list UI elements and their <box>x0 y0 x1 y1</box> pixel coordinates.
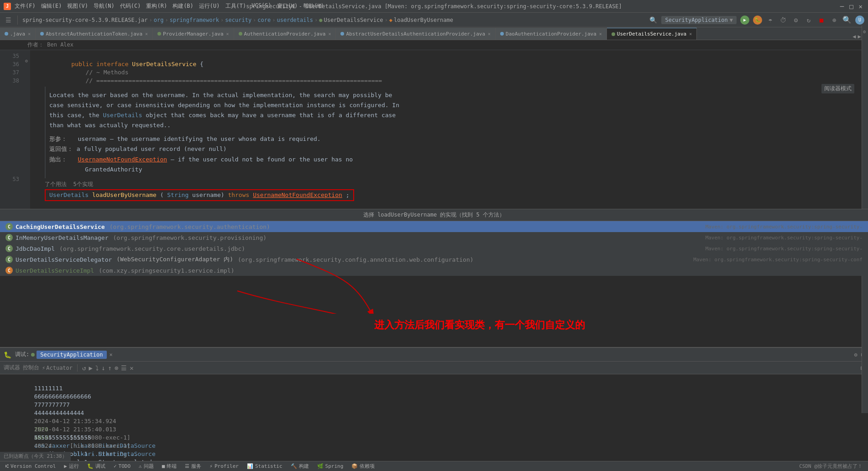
debug-icon[interactable]: 🐛 <box>4 351 11 358</box>
resume-btn[interactable]: ▶ <box>89 364 92 372</box>
search-icon[interactable]: 🔍 <box>648 16 658 25</box>
popup-item-caching[interactable]: C CachingUserDetailsService (org.springf… <box>0 221 868 232</box>
nav-dependencies[interactable]: 📦 依赖项 <box>348 462 378 471</box>
tab-scroll-left[interactable]: ◀ <box>852 33 856 40</box>
tab-daoauthprovider[interactable]: DaoAuthenticationProvider.java × <box>496 28 607 40</box>
nav-problems[interactable]: ⚠ 问题 <box>135 462 157 471</box>
method-signature-box: UserDetails loadUserByUsername ( String … <box>45 189 354 201</box>
nav-build[interactable]: 🔨 构建 <box>287 462 313 471</box>
menu-code[interactable]: 代码(C) <box>120 2 141 10</box>
close-button[interactable]: ✕ <box>857 3 864 10</box>
ln-53: 53 <box>0 175 19 183</box>
nav-debug[interactable]: 🐛 调试 <box>84 462 109 471</box>
step-into-btn[interactable]: ↓ <box>101 364 105 372</box>
actuator-tab[interactable]: ⚡Actuator <box>42 365 73 371</box>
menu-navigate[interactable]: 导航(N) <box>94 2 115 10</box>
restart-btn[interactable]: ↺ <box>82 364 86 372</box>
nav-terminal[interactable]: ■ 终端 <box>158 462 181 471</box>
user-avatar[interactable]: U <box>855 16 864 25</box>
menu-file[interactable]: 文件(F) <box>15 2 36 10</box>
minimize-button[interactable]: ─ <box>838 3 846 10</box>
sidebar-annotations[interactable]: ⚙ <box>862 29 867 34</box>
csdn-watermark: CSDN @徐子元竟然被占了！ <box>799 463 863 469</box>
profile-button[interactable]: ⏱ <box>779 16 788 25</box>
tab-abstractuserdetailsauthprovider[interactable]: AbstractUserDetailsAuthenticationProvide… <box>336 28 496 40</box>
services-icon: ☰ <box>185 463 189 469</box>
view-breakpoints-btn[interactable]: ☰ <box>121 364 127 372</box>
toolbar-btn-1[interactable]: ☰ <box>4 16 13 25</box>
window-controls[interactable]: ─ □ ✕ <box>838 3 864 10</box>
clear-btn[interactable]: ✕ <box>130 364 133 372</box>
popup-item-jdbc[interactable]: C JdbcDaoImpl (org.springframework.secur… <box>0 243 868 254</box>
popup-item-impl[interactable]: C UserDetailsServiceImpl (com.xzy.spring… <box>0 265 868 276</box>
nav-version-control[interactable]: ⑆ Version Control <box>2 462 59 470</box>
run-button[interactable]: ▶ <box>740 16 749 25</box>
tab-icon-userdetailsservice <box>612 32 615 36</box>
tab-authprovider[interactable]: AuthenticationProvider.java × <box>234 28 336 40</box>
nav-statistic[interactable]: 📊 Statistic <box>243 462 286 470</box>
tab-close-java[interactable]: × <box>28 31 31 36</box>
maximize-button[interactable]: □ <box>847 3 855 10</box>
nav-services[interactable]: ☰ 服务 <box>181 462 205 471</box>
nav-spring[interactable]: 🌿 Spring <box>314 462 347 470</box>
nav-todo[interactable]: ✓ TODO <box>110 462 134 470</box>
bc-security[interactable]: security <box>225 17 251 23</box>
menu-run[interactable]: 运行(U) <box>199 2 220 10</box>
popup-item-inmemory[interactable]: C InMemoryUserDetailsManager (org.spring… <box>0 232 868 243</box>
bc-org[interactable]: org <box>154 17 164 23</box>
step-out-btn[interactable]: ↑ <box>108 364 111 372</box>
search-button[interactable]: 🔍 <box>842 16 852 25</box>
popup-name-inmemory: InMemoryUserDetailsManager <box>16 234 109 241</box>
tab-close-providermanager[interactable]: × <box>226 31 229 36</box>
nav-run[interactable]: ▶ 运行 <box>60 462 83 471</box>
tab-abstractauthtoken[interactable]: AbstractAuthenticationToken.java × <box>36 28 153 40</box>
statistic-icon: 📊 <box>247 463 253 469</box>
menu-build[interactable]: 构建(B) <box>173 2 193 10</box>
author-name: Ben Alex <box>47 41 73 48</box>
tab-scroll-right[interactable]: ▶ <box>858 33 861 40</box>
tab-close-authprovider[interactable]: × <box>328 31 331 36</box>
step-over-btn[interactable]: ⤵ <box>95 364 99 372</box>
menu-tools[interactable]: 工具(T) <box>225 2 246 10</box>
debugger-tab[interactable]: 调试器 <box>4 364 20 372</box>
bc-loaduserbyusername[interactable]: loadUserByUsername <box>394 17 453 23</box>
bc-springframework[interactable]: springframework <box>170 17 219 23</box>
tab-close-abstractauthtoken[interactable]: × <box>145 31 148 36</box>
popup-name-jdbc: JdbcDaoImpl <box>16 245 55 252</box>
settings-gear-icon[interactable]: ⚙ <box>854 352 858 358</box>
more-button[interactable]: ⊕ <box>830 16 839 25</box>
close-session-btn[interactable]: × <box>110 352 113 358</box>
menu-refactor[interactable]: 重构(R) <box>146 2 167 10</box>
console-tab[interactable]: 控制台 <box>23 364 39 372</box>
doc-line-4: than what was actually requested.. <box>49 120 859 130</box>
bc-userdetailsservice[interactable]: UserDetailsService <box>324 17 383 23</box>
update-icon[interactable]: ↻ <box>804 16 813 25</box>
tab-java[interactable]: .java × <box>0 28 36 40</box>
reader-mode-button[interactable]: 阅读器模式 <box>821 84 854 93</box>
tab-close-daoauthprovider[interactable]: × <box>599 31 602 36</box>
nav-profiler[interactable]: ⚡ Profiler <box>206 462 242 470</box>
settings-icon[interactable]: ⚙ <box>791 16 800 25</box>
run-config-selector[interactable]: SecurityApplication ▼ <box>661 16 737 24</box>
sep-7: › <box>384 17 387 23</box>
security-app-tab[interactable]: SecurityApplication <box>37 351 106 359</box>
popup-icon-caching: C <box>5 223 13 230</box>
method-sig-container: UserDetails loadUserByUsername ( String … <box>36 188 863 202</box>
menu-edit[interactable]: 编辑(E) <box>41 2 62 10</box>
popup-item-delegator[interactable]: C UserDetailsServiceDelegator (WebSecuri… <box>0 254 868 265</box>
debug-button[interactable]: 🐛 <box>753 16 762 25</box>
tab-icon-daoauthprovider <box>500 32 504 36</box>
tab-userdetailsservice[interactable]: UserDetailsService.java × <box>607 28 697 40</box>
tab-close-abstractuserdetailsauthprovider[interactable]: × <box>488 31 491 36</box>
mute-btn[interactable]: ⊗ <box>115 364 118 372</box>
tab-close-userdetailsservice[interactable]: × <box>689 31 692 36</box>
terminal-label: 终端 <box>167 463 177 470</box>
stop-button[interactable]: ■ <box>817 16 826 25</box>
bottom-toolbar: 调试器 控制台 ⚡Actuator ↺ ▶ ⤵ ↓ ↑ ⊗ ☰ ✕ ⊞ <box>0 362 868 374</box>
bc-core[interactable]: core <box>257 17 271 23</box>
menu-view[interactable]: 视图(V) <box>67 2 88 10</box>
ln-blank9 <box>0 150 19 159</box>
bc-userdetails[interactable]: userdetails <box>277 17 313 23</box>
coverage-button[interactable]: ☂ <box>766 16 775 25</box>
tab-providermanager[interactable]: ProviderManager.java × <box>153 28 234 40</box>
